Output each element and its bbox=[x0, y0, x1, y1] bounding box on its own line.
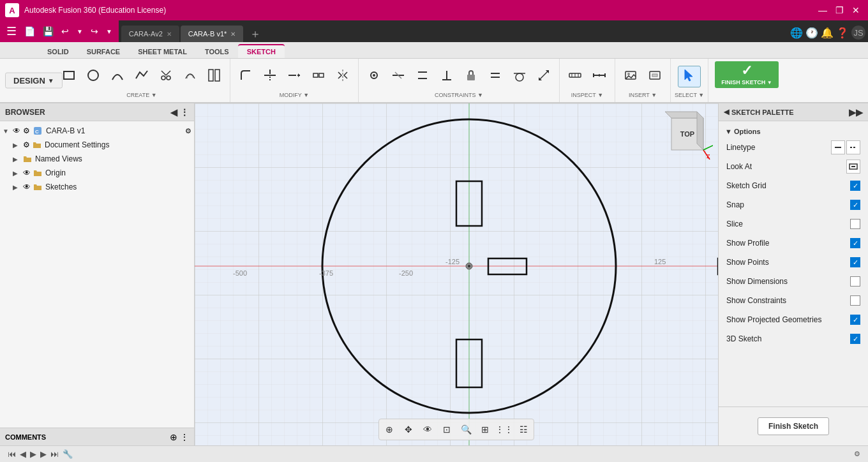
fit-view-button[interactable]: ⊡ bbox=[438, 421, 455, 438]
tree-item-origin[interactable]: ▶ 👁 Origin bbox=[0, 166, 194, 180]
undo-dropdown[interactable]: ▼ bbox=[74, 27, 86, 36]
redo-dropdown[interactable]: ▼ bbox=[103, 27, 115, 36]
show-profile-checkbox[interactable] bbox=[850, 238, 860, 248]
mirror-tool-button[interactable] bbox=[331, 66, 354, 87]
play-button[interactable]: ▶ bbox=[30, 449, 36, 459]
tab-cara-av2-close[interactable]: ✕ bbox=[167, 31, 172, 38]
show-dimensions-checkbox[interactable] bbox=[850, 276, 860, 287]
extend-tool-button[interactable] bbox=[283, 66, 306, 87]
sketch-grid-checkbox[interactable] bbox=[850, 181, 860, 191]
palette-section-options[interactable]: ▼ Options bbox=[719, 125, 868, 138]
look-at-button[interactable] bbox=[846, 160, 860, 174]
maximize-button[interactable]: ❐ bbox=[832, 3, 846, 17]
close-button[interactable]: ✕ bbox=[849, 3, 863, 17]
pan-button[interactable]: ✥ bbox=[400, 421, 417, 438]
tab-tools[interactable]: TOOLS bbox=[196, 45, 238, 58]
play-forward-button[interactable]: ⏭ bbox=[50, 449, 59, 459]
show-points-checkbox[interactable] bbox=[850, 257, 860, 267]
tab-cara-bv1-close[interactable]: ✕ bbox=[230, 31, 236, 38]
new-button[interactable]: 📄 bbox=[22, 25, 38, 38]
collinear-btn[interactable] bbox=[387, 66, 410, 87]
tree-item-sketches[interactable]: ▶ 👁 Sketches bbox=[0, 180, 194, 194]
fillet-tool-button[interactable] bbox=[234, 66, 257, 87]
titlebar-controls[interactable]: — ❐ ✕ bbox=[816, 3, 863, 17]
grid-settings-button[interactable]: ⋮⋮ bbox=[496, 421, 513, 438]
comments-menu-button[interactable]: ⋮ bbox=[180, 432, 189, 442]
recent-activity-button[interactable]: 🕐 bbox=[805, 27, 818, 39]
save-button[interactable]: 💾 bbox=[40, 25, 56, 38]
look-around-button[interactable]: 👁 bbox=[419, 421, 436, 438]
view-cube-button[interactable]: ☷ bbox=[515, 421, 532, 438]
finish-sketch-palette-button[interactable]: Finish Sketch bbox=[758, 417, 829, 435]
tab-cara-bv1[interactable]: CARA-B v1* ✕ bbox=[181, 26, 244, 42]
comments-add-button[interactable]: ⊕ bbox=[170, 432, 177, 442]
prev-frame-button[interactable]: ◀ bbox=[20, 449, 26, 459]
app-menu-button[interactable]: ☰ bbox=[4, 23, 19, 40]
new-tab-button[interactable]: ＋ bbox=[244, 26, 266, 42]
insert-canvas-btn[interactable] bbox=[643, 66, 666, 87]
zoom-button[interactable]: 🔍 bbox=[458, 421, 474, 438]
break-tool-button[interactable] bbox=[307, 66, 330, 87]
tree-item-cara-bv1[interactable]: ▼ 👁 ⚙ C CARA-B v1 ⚙ bbox=[0, 124, 194, 138]
snap-checkbox[interactable] bbox=[850, 200, 860, 210]
tree-item-doc-settings[interactable]: ▶ ⚙ Document Settings bbox=[0, 138, 194, 152]
play-back-button[interactable]: ⏮ bbox=[8, 449, 16, 459]
tree-item-named-views[interactable]: ▶ Named Views bbox=[0, 152, 194, 166]
notification-button[interactable]: 🔔 bbox=[821, 27, 834, 39]
viewport[interactable]: 125 -125 -500 -375 -250 TOP Z ⊕ ✥ 👁 bbox=[195, 103, 718, 445]
slice-checkbox[interactable] bbox=[850, 219, 860, 229]
tab-surface[interactable]: SURFACE bbox=[78, 45, 130, 58]
tab-cara-av2[interactable]: CARA-Av2 ✕ bbox=[121, 26, 179, 42]
palette-collapse-icon[interactable]: ◀ bbox=[724, 108, 729, 116]
tangent-btn[interactable] bbox=[508, 66, 531, 87]
visibility-eye-icon[interactable]: 👁 bbox=[13, 126, 20, 135]
trim2-tool-button[interactable] bbox=[258, 66, 281, 87]
minimize-button[interactable]: — bbox=[816, 3, 830, 17]
tree-expand-doc-settings[interactable]: ▶ bbox=[13, 142, 22, 149]
offset-tool-button[interactable] bbox=[179, 66, 202, 87]
user-button[interactable]: JS bbox=[851, 26, 865, 40]
inspect-ruler-btn[interactable] bbox=[588, 66, 611, 87]
perpendicular-btn[interactable] bbox=[435, 66, 458, 87]
settings-icon[interactable]: ⚙ bbox=[185, 127, 191, 135]
insert-image-btn[interactable] bbox=[619, 66, 642, 87]
linetype-solid-button[interactable] bbox=[831, 140, 845, 154]
inspect-measure-btn[interactable] bbox=[564, 66, 587, 87]
origin-eye-icon[interactable]: 👁 bbox=[23, 168, 31, 177]
help-button[interactable]: ❓ bbox=[836, 27, 849, 39]
lock-btn[interactable] bbox=[460, 66, 483, 87]
arc-tool-button[interactable] bbox=[106, 66, 129, 87]
gpu-settings-button[interactable]: ⚙ bbox=[854, 450, 860, 458]
tree-expand-sketches[interactable]: ▶ bbox=[13, 184, 22, 191]
parallel-btn[interactable] bbox=[411, 66, 434, 87]
help-online-button[interactable]: 🌐 bbox=[790, 27, 803, 39]
polyline-tool-button[interactable] bbox=[130, 66, 153, 87]
browser-menu-button[interactable]: ⋮ bbox=[180, 107, 189, 117]
redo-button[interactable]: ↪ bbox=[88, 25, 101, 38]
browser-collapse-button[interactable]: ◀ bbox=[170, 107, 177, 117]
undo-button[interactable]: ↩ bbox=[59, 25, 71, 38]
tree-expand-cara-bv1[interactable]: ▼ bbox=[3, 128, 11, 135]
circle-tool-button[interactable] bbox=[82, 66, 105, 87]
pattern-tool-button[interactable] bbox=[203, 66, 226, 87]
trim-tool-button[interactable] bbox=[154, 66, 177, 87]
display-settings-button[interactable]: ⊞ bbox=[477, 421, 493, 438]
tab-solid[interactable]: SOLID bbox=[38, 45, 78, 58]
coincident-btn[interactable] bbox=[363, 66, 385, 87]
tree-expand-origin[interactable]: ▶ bbox=[13, 170, 22, 177]
linetype-dashed-button[interactable] bbox=[846, 140, 860, 154]
navigation-cube[interactable]: TOP Z bbox=[662, 108, 713, 160]
scale-btn[interactable] bbox=[532, 66, 555, 87]
palette-expand-button[interactable]: ▶▶ bbox=[849, 107, 863, 117]
orbit-button[interactable]: ⊕ bbox=[381, 421, 398, 438]
equal-btn[interactable] bbox=[484, 66, 507, 87]
design-mode-button[interactable]: DESIGN ▼ bbox=[5, 73, 63, 89]
3d-sketch-checkbox[interactable] bbox=[850, 334, 860, 344]
finish-sketch-ribbon-button[interactable]: ✓ FINISH SKETCH ▼ bbox=[715, 61, 778, 88]
show-projected-checkbox[interactable] bbox=[850, 315, 860, 325]
tab-sketch[interactable]: SKETCH bbox=[238, 44, 285, 58]
tab-sheet-metal[interactable]: SHEET METAL bbox=[129, 45, 196, 58]
show-constraints-checkbox[interactable] bbox=[850, 295, 860, 306]
tree-expand-named-views[interactable]: ▶ bbox=[13, 156, 22, 163]
select-tool-btn[interactable] bbox=[678, 66, 701, 87]
